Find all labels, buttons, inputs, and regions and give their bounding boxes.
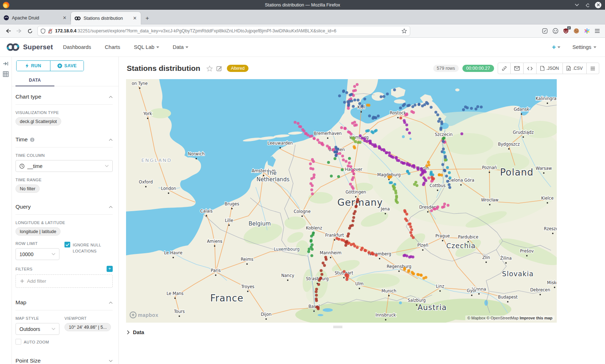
- data-panel-expander[interactable]: Data: [127, 329, 144, 335]
- share-link-button[interactable]: [498, 63, 510, 74]
- time-range-label: TIME RANGE: [15, 178, 113, 182]
- row-count-badge: 579 rows: [433, 65, 459, 72]
- nav-sql-lab[interactable]: SQL Lab: [134, 44, 159, 50]
- nav-data[interactable]: Data: [173, 44, 189, 50]
- left-icon-rail: [0, 57, 12, 364]
- dataset-grid-icon[interactable]: [3, 71, 9, 77]
- svg-text:Germany: Germany: [337, 197, 383, 208]
- new-tab-button[interactable]: +: [141, 15, 153, 24]
- time-column-select[interactable]: __time: [15, 160, 113, 172]
- nav-charts[interactable]: Charts: [105, 44, 120, 50]
- add-filter-plus-button[interactable]: +: [107, 266, 113, 272]
- chevron-up-icon: [109, 206, 113, 208]
- close-icon[interactable]: [595, 2, 601, 8]
- bookmark-star-icon[interactable]: [402, 28, 407, 33]
- section-time[interactable]: Time: [15, 129, 113, 147]
- svg-text:Innsbruck: Innsbruck: [376, 313, 396, 318]
- superset-logo[interactable]: Superset: [6, 42, 53, 52]
- map-attribution[interactable]: © Mapbox © OpenStreetMap Improve this ma…: [465, 315, 555, 320]
- settings-menu[interactable]: Settings: [573, 44, 596, 50]
- lightning-icon: [25, 63, 29, 68]
- reload-button[interactable]: [24, 26, 35, 36]
- insecure-lock-icon[interactable]: [48, 28, 53, 34]
- svg-text:Prague: Prague: [435, 233, 450, 238]
- ignore-null-checkbox[interactable]: [64, 242, 70, 247]
- time-range-value[interactable]: No filter: [15, 185, 40, 193]
- export-csv-button[interactable]: .CSV: [563, 63, 586, 74]
- improve-map-link[interactable]: Improve this map: [520, 316, 552, 320]
- svg-text:Frankfurt: Frankfurt: [325, 233, 344, 238]
- tab-close-icon[interactable]: ✕: [62, 15, 68, 21]
- shield-icon[interactable]: [41, 28, 45, 34]
- maximize-icon[interactable]: [585, 3, 589, 7]
- svg-text:Lille: Lille: [225, 218, 233, 223]
- resize-grip[interactable]: [333, 325, 342, 329]
- url-bar[interactable]: 172.18.0.4:32251/superset/explore/?form_…: [37, 26, 410, 36]
- file-icon: [540, 66, 544, 71]
- chevron-down-icon: [593, 46, 596, 48]
- svg-text:Cologne: Cologne: [294, 209, 311, 214]
- lonlat-value[interactable]: longitude | latitude: [15, 227, 60, 236]
- svg-text:Plzeň: Plzeň: [417, 243, 429, 248]
- more-options-icon[interactable]: [586, 63, 599, 74]
- tab-close-icon[interactable]: ✕: [132, 15, 138, 21]
- add-new-button[interactable]: +: [552, 43, 560, 51]
- filters-label: FILTERS: [15, 267, 32, 271]
- deckgl-map[interactable]: on TyneYorkNorwichOxfordLondonLe HavreLe…: [126, 79, 557, 323]
- svg-text:Regensburg: Regensburg: [387, 264, 412, 269]
- menu-icon[interactable]: [595, 29, 600, 33]
- pinwheel-extension-icon[interactable]: [584, 28, 590, 34]
- mask-extension-icon[interactable]: [552, 28, 559, 34]
- svg-text:Reims: Reims: [241, 257, 254, 262]
- map-style-label: MAP STYLE: [15, 316, 59, 320]
- edit-properties-icon[interactable]: [216, 65, 222, 71]
- section-point-size[interactable]: Point Size: [15, 350, 113, 364]
- viz-type-value[interactable]: deck.gl Scatterplot: [15, 117, 61, 126]
- tab-apache-druid[interactable]: Apache Druid ✕: [0, 12, 71, 24]
- chevron-down-icon: [156, 46, 159, 48]
- favorite-star-icon[interactable]: [206, 65, 213, 72]
- tab-strip: Apache Druid ✕ Stations distribution ✕ +: [0, 10, 605, 24]
- section-query[interactable]: Query: [15, 196, 113, 215]
- map-style-select[interactable]: Outdoors: [15, 323, 59, 335]
- run-button[interactable]: RUN: [17, 61, 50, 71]
- svg-text:Cottbus: Cottbus: [430, 183, 446, 188]
- svg-text:Budapest: Budapest: [498, 295, 518, 300]
- tab-stations-distribution[interactable]: Stations distribution ✕: [71, 12, 141, 24]
- minimize-icon[interactable]: [575, 4, 579, 6]
- svg-text:Czechia: Czechia: [446, 242, 475, 250]
- svg-text:Leeuwarden: Leeuwarden: [268, 141, 293, 146]
- svg-text:Troyes: Troyes: [241, 284, 255, 289]
- ublock-badge: 2: [567, 26, 571, 29]
- nav-dashboards[interactable]: Dashboards: [63, 44, 91, 50]
- back-button[interactable]: [3, 26, 14, 36]
- collapse-panel-icon[interactable]: [3, 61, 9, 66]
- svg-text:Munich: Munich: [381, 288, 396, 294]
- section-map[interactable]: Map: [15, 292, 113, 310]
- chart-area: Stations distribution Altered 579 rows 0…: [119, 57, 605, 364]
- add-filter-input[interactable]: Add filter: [15, 274, 113, 288]
- svg-text:Žilina: Žilina: [500, 255, 512, 261]
- forward-button[interactable]: [14, 26, 24, 36]
- svg-text:Le Havre: Le Havre: [164, 250, 183, 255]
- export-json-button[interactable]: .JSON: [536, 63, 563, 74]
- pocket-shield-icon[interactable]: [542, 28, 548, 34]
- svg-text:Linz: Linz: [436, 284, 444, 289]
- section-chart-type[interactable]: Chart type: [15, 86, 113, 105]
- email-button[interactable]: [510, 63, 523, 74]
- save-button[interactable]: SAVE: [50, 61, 84, 71]
- svg-text:Bydgoszcz: Bydgoszcz: [498, 142, 520, 147]
- url-text[interactable]: 172.18.0.4:32251/superset/explore/?form_…: [55, 28, 399, 33]
- auto-zoom-checkbox[interactable]: [15, 339, 21, 345]
- altered-badge[interactable]: Altered: [227, 65, 248, 72]
- cookie-extension-icon[interactable]: [573, 28, 579, 34]
- chevron-right-icon: [127, 330, 130, 335]
- embed-code-button[interactable]: [523, 63, 536, 74]
- row-limit-select[interactable]: 10000: [15, 248, 59, 260]
- viewport-value[interactable]: 10° 24' 49.86" | 5...: [64, 323, 111, 331]
- ublock-icon[interactable]: 2: [563, 28, 569, 34]
- tab-data[interactable]: DATA: [15, 75, 54, 83]
- mapbox-logo[interactable]: mapbox: [130, 311, 158, 318]
- svg-text:Bremerhaven: Bremerhaven: [314, 131, 342, 136]
- query-timer-badge: 00:00:00.27: [462, 65, 494, 72]
